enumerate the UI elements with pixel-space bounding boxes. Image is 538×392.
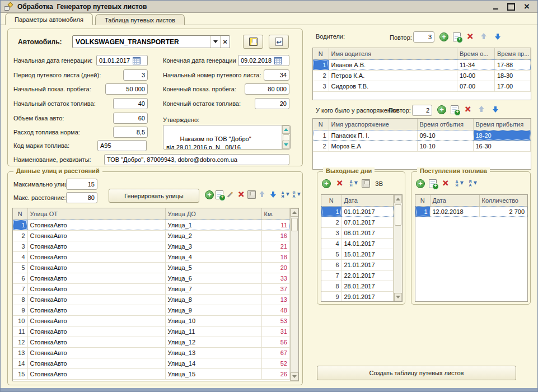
cell[interactable]: 13: [261, 294, 290, 305]
cell[interactable]: 9: [321, 291, 341, 302]
cell[interactable]: Улица_7: [165, 283, 261, 294]
cell[interactable]: Мороз Е.А: [329, 141, 417, 151]
cell[interactable]: 15: [13, 368, 27, 379]
cell[interactable]: СтоянкаАвто: [27, 230, 165, 241]
column-header[interactable]: Улица ОТ: [27, 208, 165, 220]
cell[interactable]: 08.01.2017: [341, 227, 394, 238]
table-row[interactable]: 101.01.2017: [321, 206, 394, 217]
table-row[interactable]: 3Сидоров Т.В.07-0017-00: [313, 81, 531, 91]
undo-button[interactable]: [269, 35, 289, 49]
cell[interactable]: 1: [321, 206, 341, 217]
cell[interactable]: 6: [13, 273, 27, 283]
cell[interactable]: Улица_13: [165, 347, 261, 358]
table-row[interactable]: 722.01.2017: [321, 270, 394, 281]
cell[interactable]: 13: [13, 347, 27, 358]
column-header[interactable]: Имя водителя: [329, 48, 457, 59]
cell[interactable]: Улица_2: [165, 230, 261, 241]
cell[interactable]: 56: [261, 337, 290, 347]
cell[interactable]: 31: [261, 326, 290, 337]
cell[interactable]: 10: [13, 315, 27, 326]
cell[interactable]: 17-88: [495, 59, 531, 70]
column-header[interactable]: Время отбытия: [417, 119, 473, 130]
column-header[interactable]: Время пр...: [495, 48, 531, 59]
delete-row-icon[interactable]: [441, 179, 450, 188]
tank-volume-input[interactable]: 60: [113, 113, 148, 124]
scroll-up-icon[interactable]: [282, 125, 290, 134]
cell[interactable]: 1: [313, 130, 329, 141]
table-row[interactable]: 14СтоянкаАвтоУлица_1452: [13, 358, 290, 368]
sort-ascending-icon[interactable]: [280, 190, 289, 199]
table-row[interactable]: 621.01.2017: [321, 259, 394, 270]
table-row[interactable]: 2Мороз Е.А10-1016-30: [313, 141, 531, 151]
vehicle-combo[interactable]: VOLKSWAGEN_TRANSPORTER ×: [72, 35, 230, 48]
cell[interactable]: СтоянкаАвто: [27, 251, 165, 262]
cell[interactable]: Панасюк П. І.: [329, 130, 417, 141]
approved-textarea[interactable]: Наказом по ТОВ "Добро" від 29.01.2016 р.…: [163, 125, 291, 150]
calendar-icon[interactable]: [274, 57, 282, 64]
cell[interactable]: 7: [321, 270, 341, 281]
table-row[interactable]: 10СтоянкаАвтоУлица_1053: [13, 315, 290, 326]
table-row[interactable]: 929.01.2017: [321, 291, 394, 302]
end-odometer-input[interactable]: 80 000: [245, 83, 289, 95]
clear-icon[interactable]: ×: [220, 36, 230, 48]
zv-button[interactable]: ЗВ: [374, 179, 384, 188]
cell[interactable]: 07.01.2017: [341, 217, 394, 227]
table-row[interactable]: 828.01.2017: [321, 281, 394, 291]
start-number-input[interactable]: 34: [264, 69, 289, 81]
cell[interactable]: Улица_4: [165, 251, 261, 262]
cell[interactable]: 9: [13, 305, 27, 315]
cell[interactable]: 12: [13, 337, 27, 347]
copy-row-icon[interactable]: [451, 105, 459, 114]
scroll-down-icon[interactable]: [282, 141, 290, 149]
cell[interactable]: 37: [261, 283, 290, 294]
disposal-repeat-input[interactable]: 2: [412, 105, 432, 116]
table-row[interactable]: 15СтоянкаАвтоУлица_1526: [13, 368, 290, 379]
cell[interactable]: 10-00: [457, 70, 495, 81]
cell[interactable]: Улица_12: [165, 337, 261, 347]
cell[interactable]: 20: [261, 262, 290, 273]
cell[interactable]: 09-10: [417, 130, 473, 141]
cell[interactable]: СтоянкаАвто: [27, 273, 165, 283]
dropdown-icon[interactable]: [210, 36, 220, 48]
sort-descending-icon[interactable]: [467, 179, 477, 188]
add-row-icon[interactable]: [437, 105, 446, 114]
cell[interactable]: 2: [321, 217, 341, 227]
cell[interactable]: 1: [13, 220, 27, 230]
column-header[interactable]: Время о...: [457, 48, 495, 59]
cell[interactable]: Улица_8: [165, 294, 261, 305]
delete-row-icon[interactable]: [236, 190, 246, 199]
cell[interactable]: Улица_10: [165, 315, 261, 326]
cell[interactable]: Улица_9: [165, 305, 261, 315]
delete-row-icon[interactable]: [335, 179, 344, 188]
column-header[interactable]: Время прибытия: [473, 119, 531, 130]
cell[interactable]: 18-30: [495, 70, 531, 81]
cell[interactable]: СтоянкаАвто: [27, 337, 165, 347]
cell[interactable]: 21: [261, 241, 290, 251]
cell[interactable]: 48: [261, 305, 290, 315]
maximize-icon[interactable]: [507, 3, 515, 11]
scroll-down-icon[interactable]: [394, 293, 402, 301]
scroll-down-icon[interactable]: [291, 372, 298, 381]
add-row-icon[interactable]: [439, 32, 448, 41]
move-up-icon[interactable]: [479, 32, 489, 41]
edit-row-icon[interactable]: [225, 190, 235, 199]
table-row[interactable]: 414.01.2017: [321, 238, 394, 249]
table-row[interactable]: 11СтоянкаАвтоУлица_1131: [13, 326, 290, 337]
cell[interactable]: 11-34: [457, 59, 495, 70]
sort-ascending-icon[interactable]: [454, 179, 464, 188]
cell[interactable]: 4: [13, 251, 27, 262]
move-up-icon[interactable]: [477, 105, 486, 114]
end-date-input[interactable]: 09.02.2018: [238, 55, 289, 66]
copy-row-icon[interactable]: [453, 32, 461, 41]
cell[interactable]: СтоянкаАвто: [27, 262, 165, 273]
table-row[interactable]: 515.01.2017: [321, 249, 394, 259]
table-row[interactable]: 308.01.2017: [321, 227, 394, 238]
cell[interactable]: СтоянкаАвто: [27, 220, 165, 230]
cell[interactable]: Улица_1: [165, 220, 261, 230]
create-waybill-table-button[interactable]: Создать таблицу путевых листов: [317, 366, 516, 380]
column-header[interactable]: N: [321, 195, 341, 206]
cell[interactable]: 18: [261, 251, 290, 262]
table-row[interactable]: 7СтоянкаАвтоУлица_737: [13, 283, 290, 294]
minimize-icon[interactable]: [492, 3, 499, 11]
table-row[interactable]: 3СтоянкаАвтоУлица_321: [13, 241, 290, 251]
